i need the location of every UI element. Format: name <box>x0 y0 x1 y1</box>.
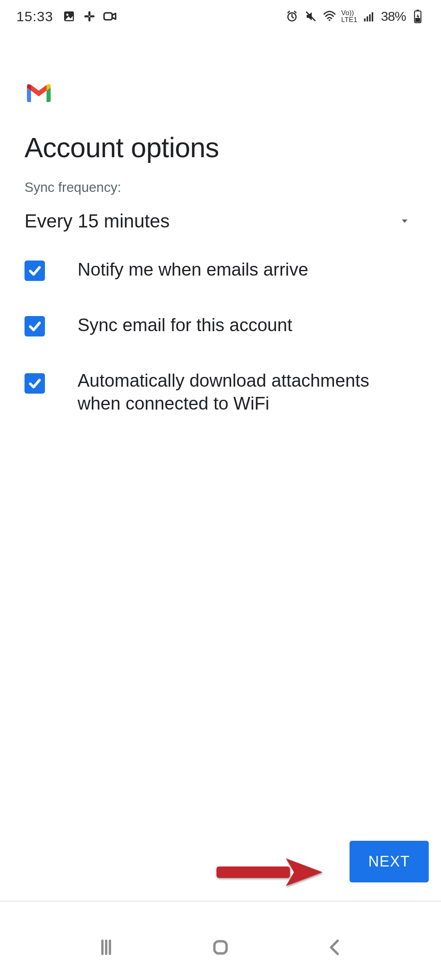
page-title: Account options <box>24 131 416 163</box>
svg-point-1 <box>66 13 68 16</box>
camera-icon <box>103 9 117 23</box>
footer-bar: NEXT <box>0 836 441 902</box>
svg-rect-12 <box>369 14 371 22</box>
sync-label: Sync email for this account <box>78 314 292 336</box>
signal-icon <box>362 9 376 23</box>
status-left: 15:33 <box>16 9 117 24</box>
notify-checkbox-row[interactable]: Notify me when emails arrive <box>24 258 416 281</box>
alarm-icon <box>285 9 299 23</box>
attachments-checkbox[interactable] <box>24 373 45 394</box>
svg-rect-11 <box>367 16 368 22</box>
back-button[interactable] <box>318 931 351 964</box>
svg-rect-15 <box>416 10 419 11</box>
svg-rect-13 <box>372 12 373 22</box>
svg-rect-4 <box>85 16 89 18</box>
attachments-checkbox-row[interactable]: Automatically download attachments when … <box>24 369 416 415</box>
svg-rect-3 <box>89 17 91 21</box>
sync-frequency-dropdown[interactable]: Every 15 minutes <box>24 208 416 234</box>
battery-icon <box>411 9 425 23</box>
svg-rect-5 <box>90 16 94 18</box>
sync-frequency-value: Every 15 minutes <box>24 210 169 232</box>
svg-rect-10 <box>364 18 365 22</box>
wifi-icon <box>323 9 336 23</box>
mute-icon <box>304 9 318 23</box>
battery-percent: 38% <box>381 9 406 24</box>
sync-checkbox[interactable] <box>24 316 45 336</box>
system-nav-bar <box>0 915 441 980</box>
svg-point-9 <box>328 19 330 21</box>
status-time: 15:33 <box>16 9 53 24</box>
volte-indicator: Vo)) LTE1 <box>341 9 357 23</box>
attachments-label: Automatically download attachments when … <box>78 369 416 415</box>
notify-checkbox[interactable] <box>24 261 45 281</box>
next-button[interactable]: NEXT <box>350 841 429 882</box>
gmail-logo-icon <box>24 82 53 103</box>
sync-frequency-label: Sync frequency: <box>24 180 416 195</box>
picture-icon <box>62 9 76 23</box>
svg-rect-6 <box>104 13 112 20</box>
sync-checkbox-row[interactable]: Sync email for this account <box>24 314 416 336</box>
svg-rect-21 <box>214 941 227 953</box>
home-button[interactable] <box>204 931 237 964</box>
slack-icon <box>82 9 96 23</box>
svg-rect-2 <box>89 11 91 16</box>
recents-button[interactable] <box>90 931 122 964</box>
status-bar: 15:33 Vo)) LTE1 38% <box>0 0 441 33</box>
notify-label: Notify me when emails arrive <box>78 258 308 281</box>
chevron-down-icon <box>398 214 412 228</box>
main-content: Account options Sync frequency: Every 15… <box>24 82 416 448</box>
status-right: Vo)) LTE1 38% <box>285 9 425 24</box>
